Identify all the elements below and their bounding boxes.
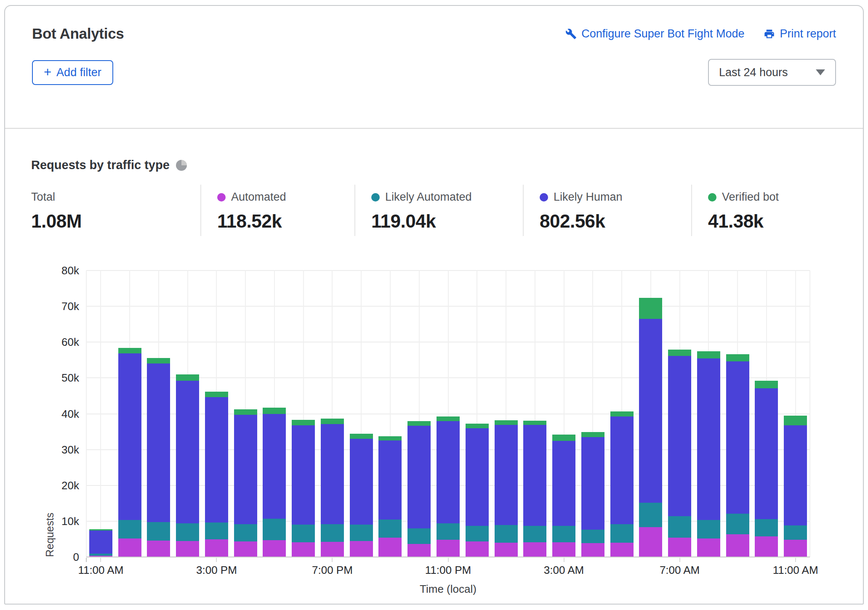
bar-segment-verified-bot[interactable] <box>552 435 575 441</box>
bar-segment-automated[interactable] <box>755 536 778 557</box>
bar-segment-likely-human[interactable] <box>755 388 778 519</box>
stacked-bar[interactable] <box>755 381 778 557</box>
stacked-bar[interactable] <box>784 416 807 557</box>
stacked-bar[interactable] <box>639 298 662 557</box>
bar-segment-likely-human[interactable] <box>350 439 373 525</box>
bar-segment-verified-bot[interactable] <box>581 432 604 437</box>
bar-segment-verified-bot[interactable] <box>205 392 228 397</box>
bar-segment-likely-automated[interactable] <box>552 526 575 542</box>
bar-segment-automated[interactable] <box>147 541 170 557</box>
bar-segment-automated[interactable] <box>726 534 749 557</box>
bar-segment-verified-bot[interactable] <box>407 421 431 426</box>
add-filter-button[interactable]: + Add filter <box>32 60 113 85</box>
bar-segment-automated[interactable] <box>176 541 199 557</box>
time-range-dropdown[interactable]: Last 24 hours <box>708 59 836 86</box>
bar-segment-automated[interactable] <box>378 538 402 557</box>
bar-segment-automated[interactable] <box>610 543 634 557</box>
bar-segment-automated[interactable] <box>205 539 228 557</box>
bar-segment-automated[interactable] <box>697 538 720 557</box>
bar-segment-likely-automated[interactable] <box>466 526 489 541</box>
bar-segment-likely-automated[interactable] <box>147 522 170 540</box>
bar-segment-likely-human[interactable] <box>610 416 634 524</box>
bar-segment-verified-bot[interactable] <box>263 408 286 414</box>
bar-segment-automated[interactable] <box>668 538 691 557</box>
stacked-bar[interactable] <box>234 409 257 557</box>
bar-segment-verified-bot[interactable] <box>523 421 546 425</box>
stacked-bar[interactable] <box>668 350 691 557</box>
bar-segment-likely-automated[interactable] <box>755 519 778 537</box>
stacked-bar[interactable] <box>321 419 344 557</box>
bar-segment-verified-bot[interactable] <box>726 354 749 361</box>
bar-segment-likely-automated[interactable] <box>205 522 228 539</box>
stacked-bar[interactable] <box>147 358 170 557</box>
bar-segment-automated[interactable] <box>495 543 518 557</box>
bar-segment-verified-bot[interactable] <box>437 416 460 421</box>
bar-segment-likely-human[interactable] <box>321 424 344 524</box>
bar-segment-likely-automated[interactable] <box>118 520 141 538</box>
bar-segment-likely-automated[interactable] <box>234 524 257 542</box>
bar-segment-likely-human[interactable] <box>176 381 199 523</box>
bar-segment-likely-automated[interactable] <box>581 530 604 543</box>
bar-segment-likely-human[interactable] <box>726 361 749 514</box>
stacked-bar[interactable] <box>437 416 460 557</box>
configure-super-bot-fight-mode-link[interactable]: Configure Super Bot Fight Mode <box>565 27 744 40</box>
bar-segment-automated[interactable] <box>639 527 662 557</box>
stacked-bar[interactable] <box>466 424 489 557</box>
bar-segment-likely-human[interactable] <box>147 363 170 522</box>
bar-segment-likely-human[interactable] <box>118 353 141 520</box>
bar-segment-likely-automated[interactable] <box>784 525 807 540</box>
bar-segment-verified-bot[interactable] <box>755 381 778 388</box>
stacked-bar[interactable] <box>118 348 141 557</box>
bar-segment-likely-automated[interactable] <box>726 514 749 534</box>
bar-segment-verified-bot[interactable] <box>350 434 373 439</box>
bar-segment-likely-automated[interactable] <box>176 523 199 541</box>
bar-segment-automated[interactable] <box>263 540 286 557</box>
stacked-bar[interactable] <box>378 436 402 557</box>
bar-segment-verified-bot[interactable] <box>495 420 518 425</box>
bar-segment-verified-bot[interactable] <box>466 424 489 428</box>
bar-segment-automated[interactable] <box>784 540 807 557</box>
stacked-bar[interactable] <box>610 411 634 557</box>
stacked-bar[interactable] <box>263 408 286 557</box>
bar-segment-automated[interactable] <box>552 542 575 557</box>
bar-segment-likely-automated[interactable] <box>378 520 402 538</box>
bar-segment-verified-bot[interactable] <box>784 416 807 425</box>
stacked-bar[interactable] <box>205 392 228 557</box>
bar-segment-likely-human[interactable] <box>437 421 460 523</box>
bar-segment-likely-human[interactable] <box>495 425 518 525</box>
bar-segment-likely-human[interactable] <box>523 425 546 526</box>
bar-segment-automated[interactable] <box>350 541 373 557</box>
stacked-bar[interactable] <box>697 351 720 557</box>
bar-segment-automated[interactable] <box>118 538 141 557</box>
bar-segment-likely-automated[interactable] <box>523 526 546 542</box>
bar-segment-verified-bot[interactable] <box>176 374 199 381</box>
print-report-link[interactable]: Print report <box>764 27 836 40</box>
bar-segment-likely-human[interactable] <box>466 428 489 526</box>
bar-segment-likely-automated[interactable] <box>697 520 720 538</box>
bar-segment-likely-automated[interactable] <box>668 516 691 538</box>
bar-segment-verified-bot[interactable] <box>697 351 720 359</box>
stacked-bar[interactable] <box>581 432 604 557</box>
stacked-bar[interactable] <box>495 420 518 557</box>
bar-segment-likely-human[interactable] <box>668 356 691 516</box>
bar-segment-verified-bot[interactable] <box>234 409 257 415</box>
bar-segment-likely-human[interactable] <box>697 358 720 520</box>
bar-segment-likely-automated[interactable] <box>495 525 518 543</box>
bar-segment-likely-automated[interactable] <box>263 519 286 540</box>
bar-segment-verified-bot[interactable] <box>292 420 315 425</box>
bar-segment-likely-human[interactable] <box>407 426 431 528</box>
bar-segment-automated[interactable] <box>437 540 460 557</box>
bar-segment-automated[interactable] <box>466 541 489 557</box>
bar-segment-verified-bot[interactable] <box>610 411 634 416</box>
bar-segment-likely-automated[interactable] <box>292 525 315 543</box>
stacked-bar[interactable] <box>726 354 749 557</box>
bar-segment-likely-human[interactable] <box>89 530 112 554</box>
bar-segment-verified-bot[interactable] <box>668 350 691 356</box>
bar-segment-likely-automated[interactable] <box>407 528 431 544</box>
stacked-bar[interactable] <box>523 421 546 557</box>
stacked-bar[interactable] <box>350 434 373 557</box>
bar-segment-likely-human[interactable] <box>784 425 807 525</box>
bar-segment-likely-human[interactable] <box>205 397 228 523</box>
stacked-bar[interactable] <box>89 529 112 557</box>
bar-segment-automated[interactable] <box>523 542 546 557</box>
